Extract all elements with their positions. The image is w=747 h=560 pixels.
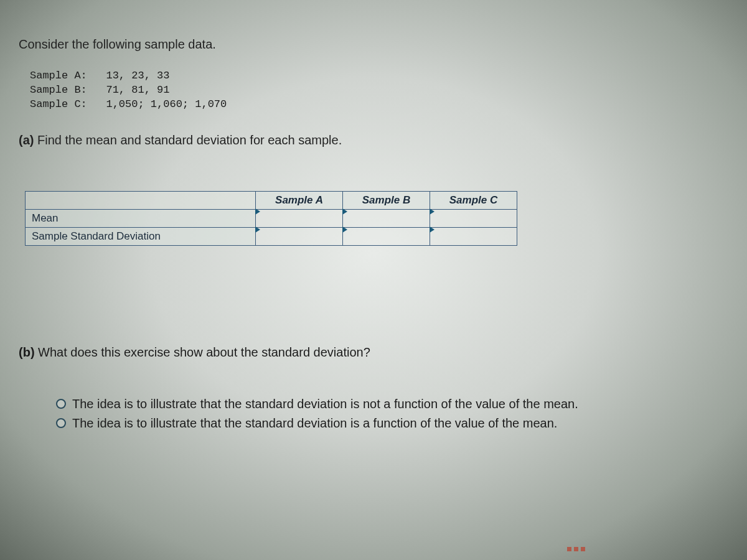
radio-icon[interactable] xyxy=(56,418,66,428)
col-header-sample-a: Sample A xyxy=(256,191,343,209)
option-1[interactable]: The idea is to illustrate that the stand… xyxy=(56,397,728,411)
row-label-std: Sample Standard Deviation xyxy=(26,227,256,245)
col-header-sample-b: Sample B xyxy=(343,191,430,209)
option-2[interactable]: The idea is to illustrate that the stand… xyxy=(56,416,728,431)
input-mean-b[interactable] xyxy=(343,209,430,227)
sample-b-label: Sample B: xyxy=(30,84,87,96)
option-1-label: The idea is to illustrate that the stand… xyxy=(72,397,578,411)
part-b-marker: (b) xyxy=(19,345,35,359)
part-b-prompt: (b) What does this exercise show about t… xyxy=(19,345,728,360)
pagination-dots-icon xyxy=(567,547,585,551)
sample-data-block: Sample A: 13, 23, 33 Sample B: 71, 81, 9… xyxy=(30,69,728,112)
sample-c-values: 1,050; 1,060; 1,070 xyxy=(106,98,227,110)
input-mean-a[interactable] xyxy=(256,209,343,227)
intro-text: Consider the following sample data. xyxy=(19,37,728,52)
answer-table: Sample A Sample B Sample C Mean Sample S… xyxy=(25,191,728,246)
sample-a-label: Sample A: xyxy=(30,70,87,82)
row-label-mean: Mean xyxy=(26,209,256,227)
radio-icon[interactable] xyxy=(56,399,66,409)
input-std-a[interactable] xyxy=(256,227,343,245)
sample-a-values: 13, 23, 33 xyxy=(106,70,169,82)
col-header-sample-c: Sample C xyxy=(430,191,517,209)
part-a-marker: (a) xyxy=(19,133,34,147)
table-corner-blank xyxy=(26,191,256,209)
input-std-b[interactable] xyxy=(343,227,430,245)
input-mean-c[interactable] xyxy=(430,209,517,227)
option-2-label: The idea is to illustrate that the stand… xyxy=(72,416,557,431)
part-b-text: What does this exercise show about the s… xyxy=(38,345,370,359)
part-a-prompt: (a) Find the mean and standard deviation… xyxy=(19,133,728,147)
sample-b-values: 71, 81, 91 xyxy=(106,84,169,96)
table-row: Sample Standard Deviation xyxy=(26,227,517,245)
options-group: The idea is to illustrate that the stand… xyxy=(56,397,728,431)
part-a-text: Find the mean and standard deviation for… xyxy=(37,133,342,147)
table-header-row: Sample A Sample B Sample C xyxy=(26,191,517,209)
table-row: Mean xyxy=(26,209,517,227)
input-std-c[interactable] xyxy=(430,227,517,245)
sample-c-label: Sample C: xyxy=(30,98,87,110)
